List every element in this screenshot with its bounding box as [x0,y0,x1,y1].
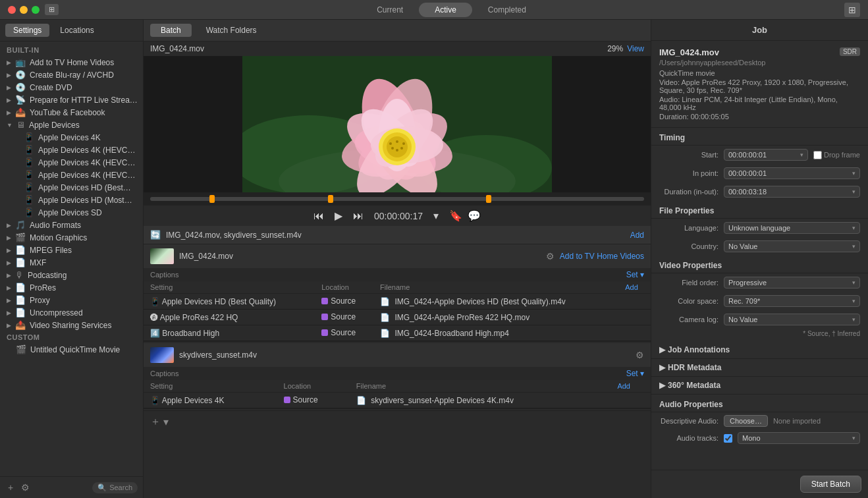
batch-list-area: 🔄 IMG_0424.mov, skydivers_sunset.m4v Add… [144,226,651,498]
captions-table-1: Setting Location Filename Add 📱 Apple De… [144,281,651,341]
sidebar-item-4k-hevc2[interactable]: 📱 Apple Devices 4K (HEVC… [0,156,143,169]
field-order-select[interactable]: Progressive ▾ [724,277,860,289]
chat-button[interactable]: 💬 [468,209,481,222]
inpoint-value[interactable]: 00:00:00:01 ▾ [724,167,860,179]
gear-button[interactable]: ⚙ [18,481,32,494]
col-add-2[interactable]: Add [610,380,651,393]
sidebar-toggle-button[interactable]: ⊞ [45,4,59,15]
color-space-select[interactable]: Rec. 709* ▾ [724,295,860,307]
close-button[interactable] [8,6,16,14]
sidebar-item-bluray[interactable]: ▶ 💿 Create Blu-ray / AVCHD [0,69,143,81]
maximize-button[interactable] [32,6,40,14]
file-icon: 📄 [356,396,366,405]
bookmark-button[interactable]: 🔖 [449,209,462,222]
tab-current[interactable]: Current [361,3,419,17]
tab-completed[interactable]: Completed [472,3,542,17]
sidebar-item-uncompressed[interactable]: ▶ 📄 Uncompressed [0,306,143,319]
camera-log-select[interactable]: No Value ▾ [724,314,860,325]
hdr-metadata-section[interactable]: ▶ HDR Metadata [651,359,868,377]
sidebar-item-mxf[interactable]: ▶ 📄 MXF [0,256,143,269]
row2-location: Source [315,310,373,325]
sidebar-item-4k[interactable]: 📱 Apple Devices 4K [0,131,143,144]
timeline-track[interactable] [150,197,644,201]
job-type: QuickTime movie [659,69,860,77]
file-action-1[interactable]: Add to TV Home Videos [560,252,644,261]
svg-point-22 [391,147,394,150]
play-button[interactable]: ▶ [335,209,342,222]
audio-tracks-select[interactable]: Mono ▾ [738,432,860,444]
add-file-button[interactable]: ＋ [150,415,161,429]
add-preset-button[interactable]: + [5,481,16,494]
expand-button[interactable]: ▾ [163,416,169,428]
sidebar-tab-locations[interactable]: Locations [52,24,101,37]
tab-watch-folders[interactable]: Watch Folders [196,24,267,37]
tab-batch[interactable]: Batch [150,24,192,37]
titlebar: ⊞ Current Active Completed ⊞ [0,0,868,20]
search-box[interactable]: 🔍 Search [92,482,138,493]
sidebar-item-youtube[interactable]: ▶ 📤 YouTube & Facebook [0,106,143,119]
sidebar-item-sd[interactable]: 📱 Apple Devices SD [0,206,143,219]
job-annotations-section[interactable]: ▶ Job Annotations [651,341,868,359]
batch-file-item-2: skydivers_sunset.m4v ⚙ Captions Set ▾ Se… [144,343,651,409]
sidebar-item-motion[interactable]: ▶ 🎬 Motion Graphics [0,231,143,244]
cam-arrow: ▾ [852,316,855,323]
center-panel: Batch Watch Folders IMG_0424.mov 29% Vie… [144,20,651,498]
location-badge: Source [321,312,356,321]
video-title-bar: IMG_0424.mov 29% View [144,42,651,56]
view-button[interactable]: View [627,44,644,53]
sidebar-item-4k-hevc1[interactable]: 📱 Apple Devices 4K (HEVC… [0,144,143,156]
col-add-1[interactable]: Add [618,281,651,294]
batch-list-header: 🔄 IMG_0424.mov, skydivers_sunset.m4v Add [144,226,651,244]
duration-value[interactable]: 00:00:03:18 ▾ [724,186,860,198]
search-icon: 🔍 [97,484,107,492]
language-select[interactable]: Unknown language ▾ [724,222,860,234]
choose-button[interactable]: Choose… [724,415,768,427]
sidebar-item-proxy[interactable]: ▶ 📄 Proxy [0,294,143,306]
captions-set-button-1[interactable]: Set ▾ [626,270,644,279]
sidebar-item-tv-home[interactable]: ▶ 📺 Add to TV Home Videos [0,56,143,69]
sidebar-tab-settings[interactable]: Settings [5,24,49,37]
country-select[interactable]: No Value ▾ [724,240,860,252]
file-settings-button-2[interactable]: ⚙ [636,350,644,360]
uncomp-icon: 📄 [15,308,26,318]
prores-icon: 📄 [15,283,26,292]
row2-filename: 📄 IMG_0424-Apple ProRes 422 HQ.mov [373,310,618,325]
minimize-button[interactable] [20,6,28,14]
sidebar-item-hd-best[interactable]: 📱 Apple Devices HD (Best… [0,181,143,194]
batch-files-label: IMG_0424.mov, skydivers_sunset.m4v [166,231,625,240]
tab-active[interactable]: Active [419,3,472,17]
captions-label-2: Captions [150,370,178,377]
sidebar-item-hd-most[interactable]: 📱 Apple Devices HD (Most… [0,194,143,206]
file-settings-button-1[interactable]: ⚙ [546,251,555,262]
layout-button[interactable]: ⊞ [844,3,860,17]
captions-set-button-2[interactable]: Set ▾ [626,369,644,378]
sidebar-item-podcasting[interactable]: ▶ 🎙 Podcasting [0,269,143,281]
add-to-batch-button[interactable]: Add [630,231,644,240]
start-batch-button[interactable]: Start Batch [800,476,861,493]
descriptive-audio-row: Descriptive Audio: Choose… None imported [651,412,868,429]
col-setting-1: Setting [144,281,315,294]
timing-inpoint-row: In point: 00:00:00:01 ▾ [651,164,868,182]
country-row: Country: No Value ▾ [651,237,868,256]
sidebar-item-apple-devices[interactable]: ▼ 🖥 Apple Devices [0,119,143,131]
audio-tracks-checkbox[interactable] [724,434,732,443]
sidebar-item-audio[interactable]: ▶ 🎵 Audio Formats [0,219,143,231]
360-metadata-section[interactable]: ▶ 360° Metadata [651,377,868,395]
sidebar-tabs: Settings Locations [0,20,143,42]
go-to-start-button[interactable]: ⏮ [313,210,324,222]
sidebar-item-custom-qt[interactable]: 🎬 Untitled QuickTime Movie [0,343,143,356]
timeline-bar[interactable] [144,192,651,206]
start-value[interactable]: 00:00:00:01 ▾ [724,149,808,161]
color-space-label: Color space: [659,297,719,305]
duration-arrow: ▾ [852,188,855,195]
expand-arrow: ▶ [7,235,11,241]
sidebar-item-mpeg[interactable]: ▶ 📄 MPEG Files [0,244,143,256]
sidebar-item-http[interactable]: ▶ 📡 Prepare for HTTP Live Strea… [0,94,143,106]
go-to-end-button[interactable]: ⏭ [353,210,364,222]
sidebar-item-video-sharing[interactable]: ▶ 📤 Video Sharing Services [0,319,143,331]
timecode-dropdown[interactable]: ▾ [433,209,439,222]
sidebar-item-prores[interactable]: ▶ 📄 ProRes [0,281,143,294]
drop-frame-checkbox[interactable] [813,151,822,159]
sidebar-item-dvd[interactable]: ▶ 💿 Create DVD [0,81,143,94]
sidebar-item-4k-hevc3[interactable]: 📱 Apple Devices 4K (HEVC… [0,169,143,181]
